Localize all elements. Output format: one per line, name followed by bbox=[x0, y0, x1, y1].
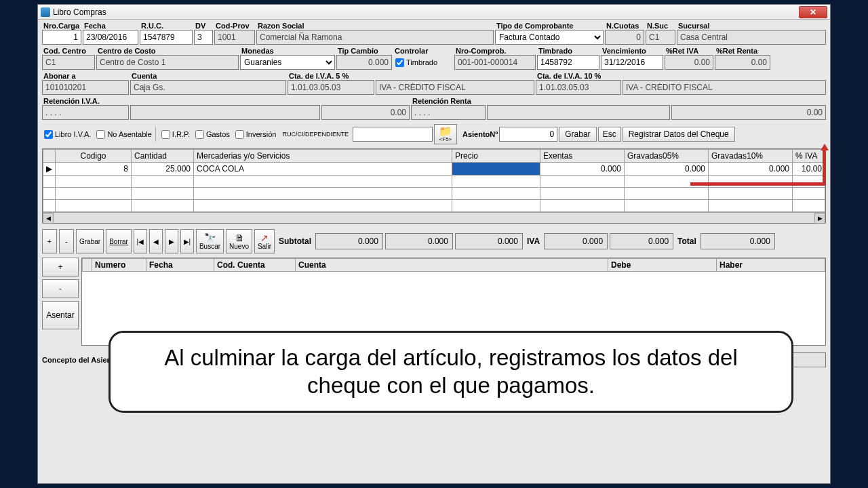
minus-button[interactable]: - bbox=[59, 229, 74, 253]
codcentro-label: Cod. Centro bbox=[42, 46, 95, 55]
timbrado-checkbox[interactable] bbox=[395, 58, 404, 67]
libro-iva-checkbox[interactable] bbox=[44, 130, 53, 139]
folder-icon: 📁 bbox=[439, 127, 452, 136]
salir-button[interactable]: ↗Salir bbox=[254, 229, 275, 253]
esc-button[interactable]: Esc bbox=[598, 127, 621, 142]
cell-desc[interactable]: COCA COLA bbox=[194, 163, 452, 176]
cell-grav05[interactable]: 0.000 bbox=[625, 163, 709, 176]
scroll-right-icon[interactable]: ▶ bbox=[814, 213, 825, 224]
nav-first-button[interactable]: |◀ bbox=[134, 229, 147, 253]
codcentro-input bbox=[42, 55, 95, 70]
asiento-minus-button[interactable]: - bbox=[42, 279, 79, 298]
cell-iva[interactable]: 10.00 bbox=[793, 163, 825, 176]
f5-button[interactable]: 📁<F5> bbox=[434, 124, 457, 144]
centro-input bbox=[96, 55, 239, 70]
hscroll[interactable]: ◀▶ bbox=[43, 212, 825, 223]
centro-label: Centro de Costo bbox=[96, 46, 239, 55]
timbrado-input[interactable] bbox=[537, 55, 599, 70]
asiento-input[interactable] bbox=[499, 127, 557, 142]
ret-iva-label: Retención I.V.A. bbox=[42, 96, 129, 105]
total-input bbox=[701, 233, 775, 249]
ret-renta-cod-input bbox=[411, 105, 486, 120]
iva2-input bbox=[610, 233, 673, 249]
dv-input[interactable] bbox=[194, 30, 213, 45]
cuenta-label: Cuenta bbox=[130, 71, 286, 80]
titlebar: Libro Compras ✕ bbox=[38, 5, 830, 20]
cell-cantidad[interactable]: 25.000 bbox=[132, 163, 194, 176]
nrocomp-label: Nro-Comprob. bbox=[454, 46, 536, 55]
ret-iva-desc-input bbox=[130, 105, 320, 120]
tipo-comprobante-select[interactable]: Factura Contado bbox=[495, 30, 604, 45]
table-row[interactable]: ▶ 8 25.000 COCA COLA 0.000 0.000 0.000 1… bbox=[43, 163, 825, 176]
tipcambio-input bbox=[336, 55, 392, 70]
buscar-button[interactable]: 🔭Buscar bbox=[196, 229, 224, 253]
nro-carga-label: Nro.Carga bbox=[42, 21, 81, 30]
registrar-cheque-button[interactable]: Registrar Datos del Cheque bbox=[623, 127, 735, 142]
venc-input[interactable] bbox=[601, 55, 663, 70]
cell-exentas[interactable]: 0.000 bbox=[540, 163, 625, 176]
fecha-label: Fecha bbox=[83, 21, 138, 30]
borrar-button[interactable]: Borrar bbox=[106, 229, 132, 253]
subtotal-label: Subtotal bbox=[277, 237, 313, 246]
subtotal1-input bbox=[315, 233, 383, 249]
monedas-select[interactable]: Guaranies bbox=[240, 55, 335, 70]
nav-last-button[interactable]: ▶| bbox=[180, 229, 194, 253]
app-icon bbox=[41, 7, 50, 17]
asentar-button[interactable]: Asentar bbox=[42, 301, 79, 329]
ret-renta-desc-input bbox=[487, 105, 670, 120]
codprov-label: Cod-Prov bbox=[214, 21, 255, 30]
nav-next-button[interactable]: ▶ bbox=[165, 229, 178, 253]
new-doc-icon: 🗎 bbox=[235, 233, 244, 243]
codprov-input bbox=[214, 30, 255, 45]
dv-label: DV bbox=[194, 21, 213, 30]
iva-label: IVA bbox=[525, 237, 542, 246]
nuevo-button[interactable]: 🗎Nuevo bbox=[226, 229, 252, 253]
noasentable-label: No Asentable bbox=[107, 130, 151, 138]
close-button[interactable]: ✕ bbox=[799, 6, 827, 18]
ruc-input[interactable] bbox=[140, 30, 193, 45]
timbrado-chk-label: Timbrado bbox=[406, 58, 437, 66]
controlar-label: Controlar bbox=[393, 46, 453, 55]
subtotal2-input bbox=[385, 233, 453, 249]
timbrado-label: Timbrado bbox=[537, 46, 599, 55]
cuenta-input bbox=[130, 80, 286, 95]
items-grid[interactable]: Codigo Cantidad Mercaderias y/o Servicio… bbox=[42, 148, 826, 224]
ret-renta-label: Retención Renta bbox=[411, 96, 486, 105]
noasentable-checkbox[interactable] bbox=[96, 130, 105, 139]
nro-carga-input[interactable] bbox=[42, 30, 81, 45]
retiva-pct-input bbox=[665, 55, 713, 70]
scroll-left-icon[interactable]: ◀ bbox=[43, 213, 54, 224]
tipo-comprobante-label: Tipo de Comprobante bbox=[495, 21, 604, 30]
nav-prev-button[interactable]: ◀ bbox=[149, 229, 163, 253]
irp-checkbox[interactable] bbox=[161, 130, 170, 139]
retrenta-pct-label: %Ret Renta bbox=[715, 46, 770, 55]
nsuc-input bbox=[646, 30, 675, 45]
abonar-label: Abonar a bbox=[42, 71, 129, 80]
rucdep-input[interactable] bbox=[353, 127, 433, 142]
asiento-plus-button[interactable]: + bbox=[42, 258, 79, 277]
sucursal-input bbox=[677, 30, 826, 45]
exit-icon: ↗ bbox=[260, 233, 269, 243]
instruction-bubble: Al culminar la carga del artículo, regis… bbox=[108, 331, 793, 413]
monedas-label: Monedas bbox=[240, 46, 335, 55]
window-title: Libro Compras bbox=[53, 7, 799, 17]
venc-label: Vencimiento bbox=[601, 46, 663, 55]
gastos-checkbox[interactable] bbox=[195, 130, 204, 139]
asiento-label: AsientoNº bbox=[458, 130, 498, 138]
retiva-pct-label: %Ret IVA bbox=[665, 46, 713, 55]
cta5-cod-input bbox=[288, 80, 374, 95]
cell-codigo[interactable]: 8 bbox=[56, 163, 132, 176]
grabar-button[interactable]: Grabar bbox=[559, 127, 596, 142]
plus-button[interactable]: + bbox=[42, 229, 57, 253]
nsuc-label: N.Suc bbox=[646, 21, 675, 30]
razon-label: Razon Social bbox=[256, 21, 494, 30]
ret-iva-cod-input bbox=[42, 105, 129, 120]
iva1-input bbox=[544, 233, 608, 249]
grabar2-button[interactable]: Grabar bbox=[76, 229, 104, 253]
inversion-checkbox[interactable] bbox=[235, 130, 244, 139]
cell-grav10[interactable]: 0.000 bbox=[709, 163, 793, 176]
cell-precio[interactable] bbox=[452, 163, 540, 176]
fecha-input[interactable] bbox=[83, 30, 138, 45]
ruc-label: R.U.C. bbox=[140, 21, 193, 30]
ret-iva-val-input bbox=[321, 105, 410, 120]
